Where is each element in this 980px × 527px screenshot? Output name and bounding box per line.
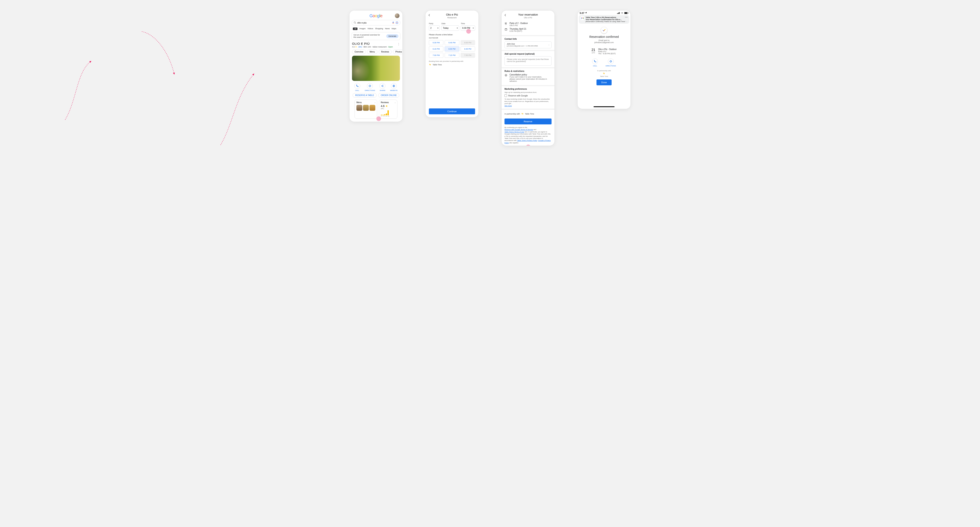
special-request-input[interactable]: Please enter any special requests (note …: [504, 56, 552, 65]
call-action[interactable]: CALL: [592, 59, 598, 67]
rating-histogram: [381, 110, 396, 115]
flow-arrow-3: [218, 72, 256, 147]
slot-545[interactable]: 5:45 PM: [445, 40, 459, 45]
generate-button[interactable]: Generate: [386, 34, 398, 38]
phone-icon: [593, 60, 597, 63]
slot-715[interactable]: 7:15 PM: [445, 53, 459, 58]
see-more-link[interactable]: See more: [504, 105, 512, 107]
phone-icon: [356, 84, 359, 88]
svg-rect-15: [619, 12, 620, 14]
svg-rect-14: [619, 13, 619, 14]
confirmation-date: 21APR: [592, 48, 595, 55]
search-tabs: All Images Videos Shopping News Maps: [352, 27, 400, 31]
search-input[interactable]: [356, 21, 392, 24]
search-bar[interactable]: [352, 20, 400, 25]
slot-730: 7:30 PM: [461, 53, 475, 58]
back-icon[interactable]: [504, 13, 507, 17]
contact-details: johndoe12@gmail.com + 1 458-849-0506: [507, 45, 538, 47]
marketing-checkbox[interactable]: Reserve with Google: [504, 94, 552, 97]
reserve-button[interactable]: Reserve: [504, 118, 552, 124]
confirmation-title: Reservation confirmed: [578, 35, 630, 38]
special-request-title: Add special request (optional): [504, 53, 552, 55]
biz-tab-photos[interactable]: Photos: [393, 49, 402, 54]
website-action[interactable]: WEBSITE: [390, 83, 398, 91]
partner-line: In partnership with Table Time: [504, 113, 552, 115]
caret-down-icon: ▾: [473, 27, 474, 29]
rwg-tos-link[interactable]: Reserve with Google Terms of Service: [504, 129, 533, 131]
page-subtitle: Olio e Più: [501, 17, 554, 19]
hero-photo[interactable]: [352, 56, 400, 81]
tab-videos[interactable]: Videos: [368, 27, 373, 30]
ellipsis-icon: ⋯: [625, 21, 628, 23]
calendar-icon: [504, 28, 508, 31]
share-action[interactable]: SHARE: [380, 83, 385, 91]
reserve-table-button[interactable]: RESERVE A TABLE: [353, 93, 377, 97]
tab-images[interactable]: Images: [360, 27, 366, 30]
home-indicator: [593, 106, 614, 107]
menu-card[interactable]: Menu›: [355, 100, 377, 119]
conf-restaurant: Olio e Più · Outdoor: [598, 48, 617, 51]
svg-rect-12: [617, 13, 617, 14]
biz-tab-reviews[interactable]: Reviews: [379, 49, 392, 54]
caret-down-icon: ▾: [457, 27, 458, 29]
directions-action[interactable]: DIRECTIONS: [606, 59, 616, 67]
reviews-card[interactable]: Reviews› 4.6 ★ (6K) 12345: [379, 100, 398, 119]
slot-645[interactable]: 6:45 PM: [461, 46, 475, 51]
email-notification[interactable]: Table Time | Olio e Più Reservations You…: [579, 15, 629, 24]
reviews-count-link[interactable]: (6K): [358, 46, 362, 48]
chevron-right-icon: ›: [549, 44, 549, 46]
svg-rect-2: [393, 22, 394, 23]
lens-icon[interactable]: [396, 21, 398, 24]
confirmation-check-icon: [601, 27, 607, 33]
call-action[interactable]: CALL: [354, 83, 360, 91]
location-arrow-icon: [585, 12, 587, 14]
done-button[interactable]: Done: [597, 80, 612, 85]
kebab-icon[interactable]: ⋮: [398, 43, 400, 46]
slot-630[interactable]: 6:30 PM: [445, 46, 459, 51]
choose-time-label: Please choose a time below:: [429, 33, 475, 36]
chevron-right-icon: ›: [375, 102, 375, 104]
summary-restaurant: Olio e Più: [509, 24, 528, 27]
slot-700[interactable]: 7:00 PM: [429, 53, 443, 58]
svg-line-1: [355, 23, 356, 24]
tab-maps[interactable]: Maps: [391, 27, 396, 30]
signal-icon: [617, 12, 620, 14]
tab-shopping[interactable]: Shopping: [375, 27, 383, 30]
svg-point-6: [382, 86, 382, 86]
slot-615[interactable]: 6:15 PM: [429, 46, 443, 51]
svg-rect-10: [505, 29, 507, 30]
date-dropdown[interactable]: Today▾: [441, 25, 459, 31]
biz-tab-menu[interactable]: Menu: [367, 49, 377, 54]
summary-day: Thursday, April 21: [509, 28, 527, 30]
directions-action[interactable]: DIRECTIONS: [364, 83, 375, 91]
tt-privacy-link[interactable]: Table Time's Privacy Policy: [517, 140, 537, 142]
flow-arrow-2: [141, 30, 177, 79]
back-icon[interactable]: [428, 13, 431, 17]
table-time-icon: [521, 113, 524, 115]
tt-tos-link[interactable]: Table Time's Terms of Use: [504, 131, 524, 133]
contact-card[interactable]: John Doejohndoe12@gmail.com + 1 458-849-…: [504, 41, 552, 48]
svg-point-8: [383, 86, 383, 87]
order-online-button[interactable]: ORDER ONLINE: [378, 93, 399, 97]
ai-overview-prompt: Get an AI-powered overview for this sear…: [352, 32, 400, 40]
marketing-title: Marketing preferences: [504, 88, 552, 90]
tab-all[interactable]: All: [353, 27, 358, 30]
user-avatar[interactable]: [395, 13, 399, 18]
slot-530[interactable]: 5:30 PM: [429, 40, 443, 45]
svg-rect-18: [625, 13, 627, 14]
cancel-icon: [504, 74, 508, 77]
business-name: OLIO E PIÙ: [352, 42, 400, 45]
cuisine-type: Italian restaurant: [372, 46, 387, 48]
rules-subtitle: Cancellation policy: [509, 73, 547, 76]
chevron-right-icon: ›: [395, 102, 396, 104]
date-label: Date: [441, 22, 459, 25]
table-time-icon: [603, 72, 605, 75]
tab-news[interactable]: News: [385, 27, 390, 30]
cutlery-icon: [504, 22, 508, 25]
partner-note: In partnership with Table Time: [578, 70, 630, 77]
biz-tab-overview[interactable]: Overview: [352, 49, 366, 54]
battery-icon: [624, 12, 628, 14]
party-dropdown[interactable]: 2▾: [429, 25, 440, 31]
mic-icon[interactable]: [392, 21, 395, 24]
continue-button[interactable]: Continue: [429, 108, 475, 114]
